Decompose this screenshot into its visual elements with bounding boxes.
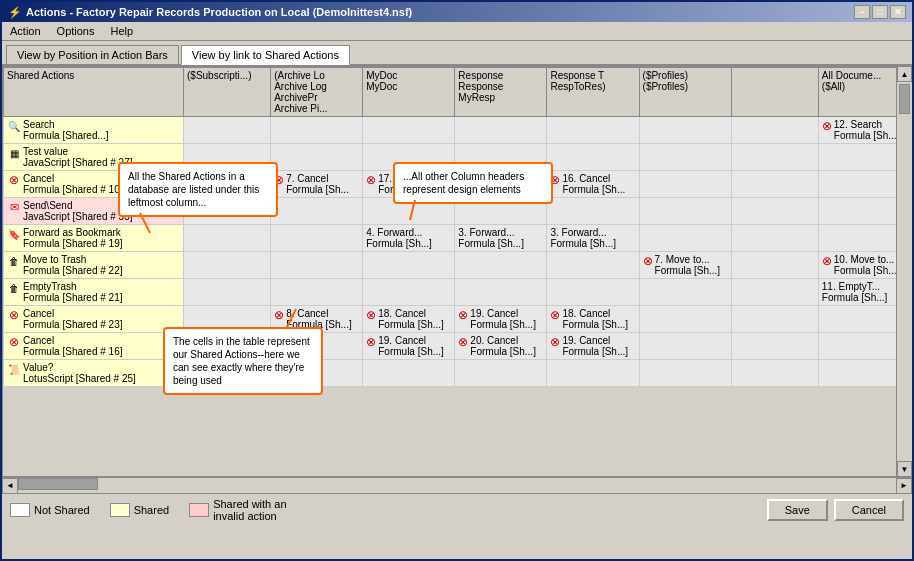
cell: ⊗ 20. CancelFormula [Sh...] bbox=[455, 333, 547, 360]
table-row: 🗑 EmptyTrashFormula [Shared # 21] bbox=[4, 279, 911, 306]
callout-cells: The cells in the table represent our Sha… bbox=[163, 327, 323, 395]
action-label: 📜 Value?LotusScript [Shared # 25] bbox=[4, 360, 184, 387]
cell: ⊗ 18. CancelFormula [Sh...] bbox=[363, 306, 455, 333]
cell bbox=[547, 279, 639, 306]
callout-text: All the Shared Actions in a database are… bbox=[128, 171, 259, 208]
horizontal-scrollbar[interactable]: ◄ ► bbox=[2, 477, 912, 493]
legend-not-shared-label: Not Shared bbox=[34, 504, 90, 516]
cell bbox=[547, 360, 639, 387]
cancel-cell-icon: ⊗ bbox=[458, 308, 468, 322]
col-header-2: MyDocMyDoc bbox=[363, 68, 455, 117]
cell: 3. Forward...Formula [Sh...] bbox=[547, 225, 639, 252]
tab-shared-actions[interactable]: View by link to Shared Actions bbox=[181, 45, 350, 65]
cell: ⊗ 7. Move to...Formula [Sh...] bbox=[639, 252, 731, 279]
legend: Not Shared Shared Shared with aninvalid … bbox=[10, 498, 287, 522]
cancel-cell-icon: ⊗ bbox=[550, 335, 560, 349]
scroll-track-h bbox=[18, 478, 896, 493]
cell bbox=[731, 117, 818, 144]
table-row-icon: ▦ bbox=[7, 146, 21, 160]
emptytrash-row-icon: 🗑 bbox=[7, 281, 21, 295]
table-row: ⊗ CancelFormula [Shared # 23] ⊗ 8. Cance… bbox=[4, 306, 911, 333]
callout-shared-actions: All the Shared Actions in a database are… bbox=[118, 162, 278, 217]
col-header-3: ResponseResponseMyResp bbox=[455, 68, 547, 117]
legend-not-shared: Not Shared bbox=[10, 503, 90, 517]
save-button[interactable]: Save bbox=[767, 499, 828, 521]
scroll-track-v bbox=[897, 82, 912, 461]
table-row: 🗑 Move to TrashFormula [Shared # 22] bbox=[4, 252, 911, 279]
cell bbox=[455, 279, 547, 306]
cell bbox=[455, 360, 547, 387]
cell-text: 11. EmptyT...Formula [Sh...] bbox=[822, 281, 888, 303]
scroll-thumb-v[interactable] bbox=[899, 84, 910, 114]
cell bbox=[731, 198, 818, 225]
scroll-up-button[interactable]: ▲ bbox=[897, 66, 912, 82]
close-button[interactable]: ✕ bbox=[890, 5, 906, 19]
legend-shared-label: Shared bbox=[134, 504, 169, 516]
col-header-6 bbox=[731, 68, 818, 117]
menu-action[interactable]: Action bbox=[6, 24, 45, 38]
legend-shared-box bbox=[110, 503, 130, 517]
table-container: Shared Actions ($Subscripti...) (Archive… bbox=[2, 66, 912, 477]
scroll-right-button[interactable]: ► bbox=[896, 478, 912, 494]
cell bbox=[731, 279, 818, 306]
menu-help[interactable]: Help bbox=[107, 24, 138, 38]
cancel-row-icon: ⊗ bbox=[7, 308, 21, 322]
menu-bar: Action Options Help bbox=[2, 22, 912, 41]
cell bbox=[184, 117, 271, 144]
cell bbox=[639, 144, 731, 171]
scroll-left-button[interactable]: ◄ bbox=[2, 478, 18, 494]
action-label: 🗑 EmptyTrashFormula [Shared # 21] bbox=[4, 279, 184, 306]
cell-text: 18. CancelFormula [Sh...] bbox=[378, 308, 444, 330]
cancel-cell-icon: ⊗ bbox=[643, 254, 653, 268]
cell: ⊗ 18. CancelFormula [Sh...] bbox=[547, 306, 639, 333]
cancel-cell-icon: ⊗ bbox=[366, 308, 376, 322]
cell: ⊗ 7. CancelFormula [Sh... bbox=[271, 171, 363, 198]
cell bbox=[184, 225, 271, 252]
cell bbox=[731, 333, 818, 360]
minimize-button[interactable]: − bbox=[854, 5, 870, 19]
cell: ⊗ 16. CancelFormula [Sh... bbox=[547, 171, 639, 198]
cell bbox=[731, 360, 818, 387]
action-name: CancelFormula [Shared # 10] bbox=[23, 173, 123, 195]
cell bbox=[271, 252, 363, 279]
scroll-thumb-h[interactable] bbox=[18, 478, 98, 490]
cell bbox=[639, 117, 731, 144]
cancel-row-icon: ⊗ bbox=[7, 335, 21, 349]
action-label: 🗑 Move to TrashFormula [Shared # 22] bbox=[4, 252, 184, 279]
menu-options[interactable]: Options bbox=[53, 24, 99, 38]
tab-position[interactable]: View by Position in Action Bars bbox=[6, 45, 179, 64]
cell bbox=[547, 252, 639, 279]
cell bbox=[547, 117, 639, 144]
cell bbox=[731, 144, 818, 171]
app-icon: ⚡ bbox=[8, 6, 22, 19]
script-row-icon: 📜 bbox=[7, 362, 21, 376]
action-name: SearchFormula [Shared...] bbox=[23, 119, 109, 141]
cell: ⊗ 19. CancelFormula [Sh...] bbox=[363, 333, 455, 360]
callout-text: ...All other Column headers represent de… bbox=[403, 171, 524, 195]
vertical-scrollbar[interactable]: ▲ ▼ bbox=[896, 66, 912, 477]
cell bbox=[639, 306, 731, 333]
cancel-button[interactable]: Cancel bbox=[834, 499, 904, 521]
cell-text: 20. CancelFormula [Sh...] bbox=[470, 335, 536, 357]
action-label: ⊗ CancelFormula [Shared # 16] bbox=[4, 333, 184, 360]
col-header-0: ($Subscripti...) bbox=[184, 68, 271, 117]
cell bbox=[363, 279, 455, 306]
maximize-button[interactable]: □ bbox=[872, 5, 888, 19]
legend-shared-invalid: Shared with aninvalid action bbox=[189, 498, 286, 522]
cell bbox=[363, 252, 455, 279]
action-name: EmptyTrashFormula [Shared # 21] bbox=[23, 281, 123, 303]
callout-column-headers: ...All other Column headers represent de… bbox=[393, 162, 553, 204]
table-row: ⊗ CancelFormula [Shared # 16] ⊗ 19 bbox=[4, 333, 911, 360]
cell-text: 7. CancelFormula [Sh... bbox=[286, 173, 349, 195]
cancel-cell-icon: ⊗ bbox=[458, 335, 468, 349]
cell-text: 10. Move to...Formula [Sh...] bbox=[834, 254, 900, 276]
scroll-down-button[interactable]: ▼ bbox=[897, 461, 912, 477]
col-header-4: Response TRespToRes) bbox=[547, 68, 639, 117]
legend-not-shared-box bbox=[10, 503, 30, 517]
cell bbox=[271, 279, 363, 306]
table-scroll[interactable]: Shared Actions ($Subscripti...) (Archive… bbox=[3, 67, 911, 476]
action-label: ⊗ CancelFormula [Shared # 23] bbox=[4, 306, 184, 333]
action-label: 🔍 SearchFormula [Shared...] bbox=[4, 117, 184, 144]
trash-row-icon: 🗑 bbox=[7, 254, 21, 268]
cell-text: 7. Move to...Formula [Sh...] bbox=[655, 254, 721, 276]
